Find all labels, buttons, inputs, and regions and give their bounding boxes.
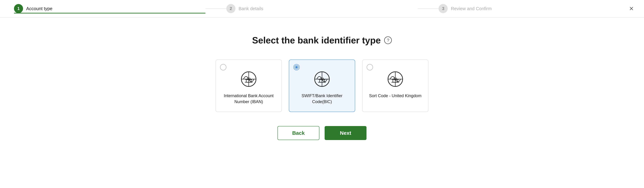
page-title: Select the bank identifier type [252,35,381,46]
step-2-number: 2 [226,4,236,13]
step-3: 3 Review and Confirm [438,4,630,13]
step-1-number: 1 [14,4,23,13]
modal-container: 1 Account type 2 Bank details 3 Review a… [0,0,644,188]
card-sort-code[interactable]: Sort Code - United Kingdom [362,59,428,112]
radio-bic-inner [295,65,298,69]
close-button[interactable]: × [629,5,634,12]
cards-container: International Bank Account Number (IBAN) [216,59,428,112]
radio-bic [294,64,300,70]
steps-header: 1 Account type 2 Bank details 3 Review a… [0,0,644,18]
step-2-label: Bank details [238,6,263,11]
radio-iban [220,64,226,70]
page-title-row: Select the bank identifier type ? [252,35,392,46]
step-1: 1 Account type [14,4,206,13]
step-2: 2 Bank details [226,4,418,13]
bank-icon-sort-code [386,70,404,88]
step-divider-1 [206,9,226,9]
card-iban-label: International Bank Account Number (IBAN) [221,93,276,105]
help-icon[interactable]: ? [384,36,392,44]
card-bic-label: SWIFT/Bank Identifier Code(BIC) [294,93,350,105]
card-iban[interactable]: International Bank Account Number (IBAN) [216,59,282,112]
next-button[interactable]: Next [324,126,366,140]
bank-icon-iban [240,70,258,88]
step-divider-2 [418,9,438,9]
bank-icon-bic [313,70,331,88]
main-content: Select the bank identifier type ? [0,18,644,188]
step-3-label: Review and Confirm [451,6,492,11]
step-1-label: Account type [26,6,52,11]
radio-sort-code [367,64,373,70]
card-bic[interactable]: SWIFT/Bank Identifier Code(BIC) [289,59,355,112]
card-sort-code-label: Sort Code - United Kingdom [369,93,422,99]
back-button[interactable]: Back [278,126,320,140]
step-3-number: 3 [438,4,448,13]
buttons-row: Back Next [278,126,366,140]
